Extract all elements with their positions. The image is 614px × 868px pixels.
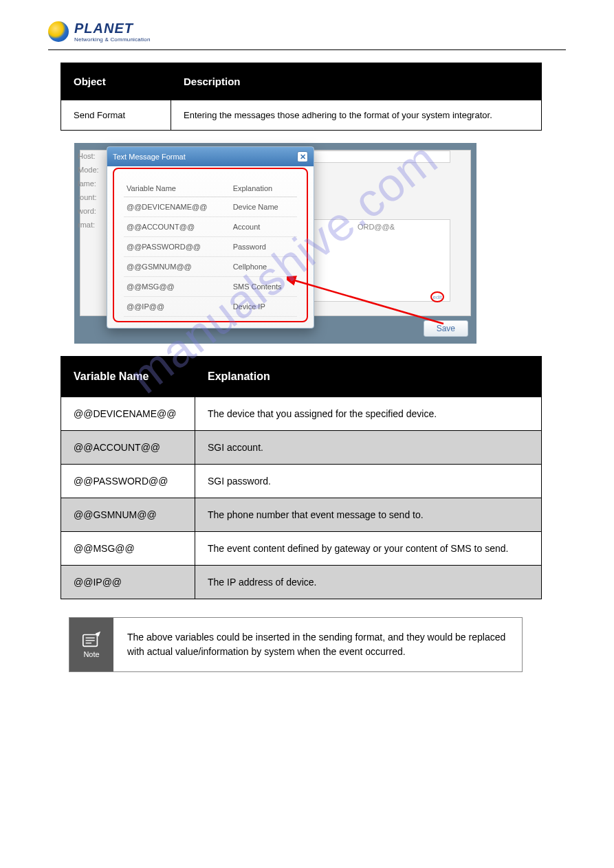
table-row: @@ACCOUNT@@SGI account.	[61, 431, 542, 465]
logo-brand: PLANET	[74, 21, 151, 36]
logo-tagline: Networking & Communication	[74, 36, 151, 43]
note-icon: Note	[69, 618, 113, 671]
edit-format-button[interactable]: edit	[430, 291, 444, 302]
cell-exp: The device that you assigned for the spe…	[195, 397, 542, 431]
header-divider	[48, 49, 566, 50]
cell-var: @@MSG@@	[61, 532, 195, 566]
popup-title: Text Message Format	[113, 153, 186, 161]
popup-exp: Password	[230, 237, 297, 257]
cell-exp: SGI password.	[195, 465, 542, 498]
cell-exp: SGI account.	[195, 431, 542, 465]
variable-explanation-table: Variable Name Explanation @@DEVICENAME@@…	[61, 356, 542, 599]
save-button[interactable]: Save	[424, 320, 468, 337]
popup-exp: SMS Contents	[230, 277, 297, 297]
popup-exp: Device IP	[230, 297, 297, 317]
cell-var: @@GSMNUM@@	[61, 498, 195, 532]
table-row: @@DEVICENAME@@The device that you assign…	[61, 397, 542, 431]
popup-row: @@DEVICENAME@@Device Name	[124, 197, 297, 217]
col-description: Description	[171, 63, 542, 100]
popup-row: @@MSG@@SMS Contents	[124, 277, 297, 297]
label-name: lame:	[78, 179, 96, 188]
popup-row: @@GSMNUM@@Cellphone	[124, 257, 297, 277]
popup-var: @@GSMNUM@@	[124, 257, 230, 277]
table-row: @@IP@@The IP address of device.	[61, 566, 542, 599]
logo: PLANET Networking & Communication	[48, 21, 566, 43]
col-explanation: Explanation	[195, 357, 542, 397]
format-fragment: ORD@@&	[358, 223, 395, 231]
popup-var: @@DEVICENAME@@	[124, 197, 230, 217]
cell-exp: The IP address of device.	[195, 566, 542, 599]
cell-var: @@IP@@	[61, 566, 195, 599]
popup-col-variable: Variable Name	[124, 180, 230, 197]
table-row: @@GSMNUM@@The phone number that event me…	[61, 498, 542, 532]
label-account: :ount:	[78, 193, 97, 201]
popup-row: @@PASSWORD@@Password	[124, 237, 297, 257]
note-text: The above variables could be inserted in…	[113, 618, 522, 671]
popup-var: @@ACCOUNT@@	[124, 217, 230, 237]
popup-row: @@IP@@Device IP	[124, 297, 297, 317]
label-format: rmat:	[78, 221, 95, 229]
send-format-table: Object Description Send Format Entering …	[61, 63, 542, 131]
table-row: @@PASSWORD@@SGI password.	[61, 465, 542, 498]
popup-exp: Device Name	[230, 197, 297, 217]
note-label: Note	[83, 650, 99, 658]
cell-exp: The phone number that event message to s…	[195, 498, 542, 532]
row-description: Entering the messages those adhering to …	[171, 100, 542, 131]
label-host: Host:	[78, 152, 96, 160]
table-row: @@MSG@@The event content defined by gate…	[61, 532, 542, 566]
popup-col-explanation: Explanation	[230, 180, 297, 197]
cell-var: @@DEVICENAME@@	[61, 397, 195, 431]
col-object: Object	[61, 63, 171, 100]
close-icon[interactable]: ✕	[297, 151, 308, 162]
popup-var: @@MSG@@	[124, 277, 230, 297]
popup-exp: Cellphone	[230, 257, 297, 277]
col-variable-name: Variable Name	[61, 357, 195, 397]
popup-exp: Account	[230, 217, 297, 237]
note-box: Note The above variables could be insert…	[69, 617, 523, 672]
logo-globe-icon	[48, 21, 69, 42]
text-message-format-popup: Text Message Format ✕ Variable Name Expl…	[107, 146, 314, 329]
cell-var: @@ACCOUNT@@	[61, 431, 195, 465]
popup-var: @@PASSWORD@@	[124, 237, 230, 257]
sms-format-screenshot: Host: Mode: lame: :ount: word: rmat: ORD…	[74, 143, 476, 344]
popup-var: @@IP@@	[124, 297, 230, 317]
cell-var: @@PASSWORD@@	[61, 465, 195, 498]
row-object: Send Format	[61, 100, 171, 131]
cell-exp: The event content defined by gateway or …	[195, 532, 542, 566]
label-mode: Mode:	[78, 166, 99, 174]
popup-row: @@ACCOUNT@@Account	[124, 217, 297, 237]
label-password: word:	[78, 207, 96, 215]
